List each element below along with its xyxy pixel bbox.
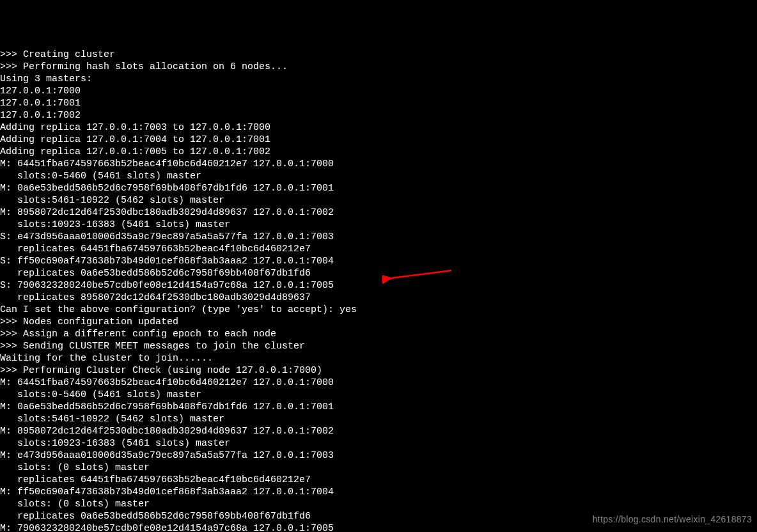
terminal-line: slots:0-5460 (5461 slots) master — [0, 170, 757, 182]
terminal-line: 127.0.0.1:7001 — [0, 97, 757, 109]
terminal-output: >>> Creating cluster>>> Performing hash … — [0, 49, 757, 532]
terminal-line: 127.0.0.1:7000 — [0, 85, 757, 97]
terminal-line: >>> Assign a different config epoch to e… — [0, 328, 757, 340]
terminal-line: >>> Performing Cluster Check (using node… — [0, 364, 757, 377]
terminal-line: slots:10923-16383 (5461 slots) master — [0, 219, 757, 231]
terminal-line: M: 8958072dc12d64f2530dbc180adb3029d4d89… — [0, 207, 757, 219]
terminal-line: Can I set the above configuration? (type… — [0, 304, 757, 316]
terminal-line: M: ff50c690af473638b73b49d01cef868f3ab3a… — [0, 486, 757, 498]
terminal-line: >>> Creating cluster — [0, 49, 757, 61]
terminal-line: replicates 64451fba674597663b52beac4f10b… — [0, 474, 757, 486]
terminal-line: M: 8958072dc12d64f2530dbc180adb3029d4d89… — [0, 425, 757, 437]
terminal-line: slots: (0 slots) master — [0, 498, 757, 510]
terminal-line: >>> Sending CLUSTER MEET messages to joi… — [0, 340, 757, 352]
terminal-line: Waiting for the cluster to join...... — [0, 352, 757, 364]
terminal-line: M: 0a6e53bedd586b52d6c7958f69bb408f67db1… — [0, 182, 757, 194]
terminal-line: slots:5461-10922 (5462 slots) master — [0, 413, 757, 425]
terminal-line: slots: (0 slots) master — [0, 462, 757, 474]
terminal-line: slots:10923-16383 (5461 slots) master — [0, 437, 757, 450]
terminal-line: S: 7906323280240be57cdb0fe08e12d4154a97c… — [0, 279, 757, 292]
terminal-line: Adding replica 127.0.0.1:7004 to 127.0.0… — [0, 134, 757, 146]
terminal-line: slots:5461-10922 (5462 slots) master — [0, 194, 757, 207]
terminal-line: M: 0a6e53bedd586b52d6c7958f69bb408f67db1… — [0, 401, 757, 413]
terminal-line: M: e473d956aaa010006d35a9c79ec897a5a5a57… — [0, 450, 757, 462]
terminal-line: M: 64451fba674597663b52beac4f10bc6d46021… — [0, 377, 757, 389]
terminal-line: Adding replica 127.0.0.1:7005 to 127.0.0… — [0, 146, 757, 158]
terminal-line: replicates 0a6e53bedd586b52d6c7958f69bb4… — [0, 267, 757, 279]
terminal-line: 127.0.0.1:7002 — [0, 109, 757, 121]
watermark-text: https://blog.csdn.net/weixin_42618873 — [593, 513, 752, 526]
terminal-line: replicates 64451fba674597663b52beac4f10b… — [0, 243, 757, 255]
terminal-line: replicates 8958072dc12d64f2530dbc180adb3… — [0, 292, 757, 304]
terminal-line: S: e473d956aaa010006d35a9c79ec897a5a5a57… — [0, 231, 757, 243]
terminal-line: >>> Performing hash slots allocation on … — [0, 61, 757, 73]
terminal-line: slots:0-5460 (5461 slots) master — [0, 389, 757, 401]
terminal-line: Adding replica 127.0.0.1:7003 to 127.0.0… — [0, 121, 757, 134]
terminal-line: >>> Nodes configuration updated — [0, 316, 757, 328]
terminal-line: Using 3 masters: — [0, 73, 757, 85]
terminal-line: S: ff50c690af473638b73b49d01cef868f3ab3a… — [0, 255, 757, 267]
terminal-line: M: 64451fba674597663b52beac4f10bc6d46021… — [0, 158, 757, 170]
